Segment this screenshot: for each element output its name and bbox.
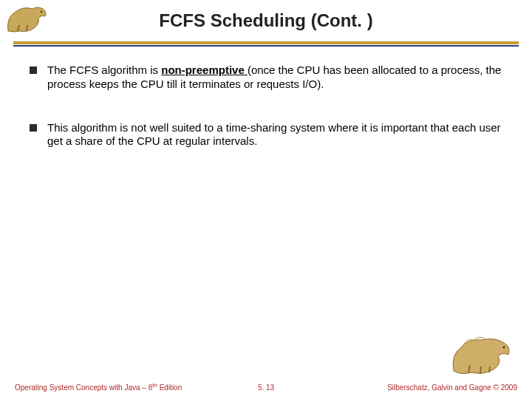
footer-right: Silberschatz, Galvin and Gagne © 2009 xyxy=(387,383,517,392)
bullet-text: This algorithm is not well suited to a t… xyxy=(47,121,502,149)
bullet-text: The FCFS algorithm is non-preemptive (on… xyxy=(47,64,502,92)
content-area: The FCFS algorithm is non-preemptive (on… xyxy=(30,64,502,178)
square-bullet-icon xyxy=(30,124,37,132)
bullet-prefix: The FCFS algorithm is xyxy=(47,64,161,76)
bullet-prefix: This algorithm is not well suited to a t… xyxy=(47,121,501,148)
bullet-emphasis: non-preemptive xyxy=(161,64,248,76)
page-title: FCFS Scheduling (Cont. ) xyxy=(0,10,532,31)
bullet-item: The FCFS algorithm is non-preemptive (on… xyxy=(30,64,502,92)
title-rule xyxy=(13,41,519,47)
square-bullet-icon xyxy=(30,66,37,74)
dinosaur-icon xyxy=(451,332,517,377)
slide: FCFS Scheduling (Cont. ) The FCFS algori… xyxy=(0,0,532,399)
svg-point-1 xyxy=(503,347,505,349)
bullet-item: This algorithm is not well suited to a t… xyxy=(30,121,502,149)
